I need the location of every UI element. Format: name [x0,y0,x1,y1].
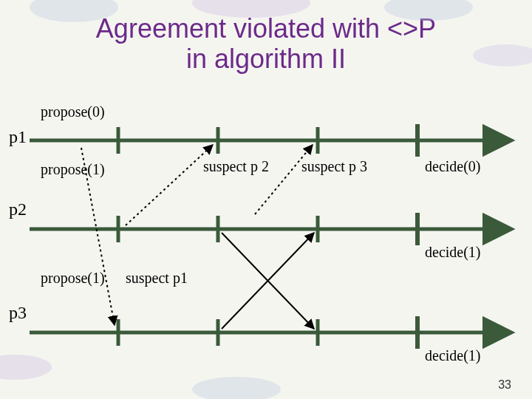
diagram-svg [0,103,532,377]
label-decide0: decide(0) [425,158,481,175]
label-suspect-p1: suspect p1 [126,270,188,287]
svg-line-16 [255,145,313,214]
label-propose0: propose(0) [41,103,105,120]
bg-blob [473,44,532,66]
label-suspect-p2: suspect p 2 [203,158,269,175]
title-line-2: in algorithm II [186,44,346,74]
title-line-1: Agreement violated with <>P [96,13,436,44]
label-decide1-p2: decide(1) [425,244,481,261]
label-suspect-p3: suspect p 3 [301,158,367,175]
label-propose1-p2: propose(1) [41,161,105,178]
timeline-diagram: propose(0) p1 propose(1) suspect p 2 sus… [0,103,532,377]
process-label-p1: p1 [9,127,27,147]
bg-blob [192,377,281,399]
process-label-p3: p3 [9,303,27,323]
svg-line-15 [126,145,213,225]
label-decide1-p3: decide(1) [425,347,481,364]
process-label-p2: p2 [9,200,27,219]
label-propose1-p3: propose(1) [41,270,105,287]
page-number: 33 [498,378,511,392]
